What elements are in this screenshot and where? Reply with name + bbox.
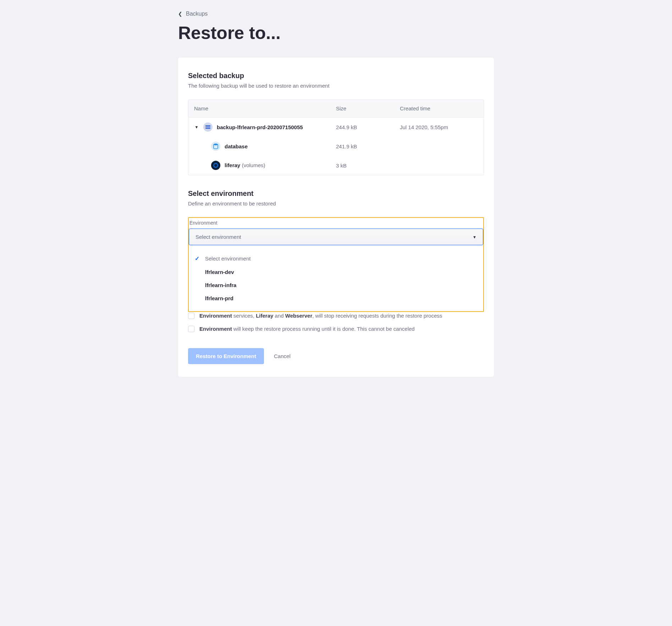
confirm-text: Environment will keep the restore proces…	[199, 325, 415, 333]
restore-button[interactable]: Restore to Environment	[188, 348, 264, 364]
backup-name: backup-lfrlearn-prd-202007150055	[217, 124, 303, 130]
confirm-row: Environment will keep the restore proces…	[188, 322, 484, 335]
confirm-checkbox[interactable]	[188, 313, 194, 319]
col-name: Name	[194, 105, 336, 111]
select-env-sub: Define an environment to be restored	[188, 201, 484, 207]
restore-card: Selected backup The following backup wil…	[178, 57, 494, 377]
liferay-size: 3 kB	[336, 163, 400, 169]
selected-backup-heading: Selected backup	[188, 72, 484, 80]
confirm-checkbox[interactable]	[188, 326, 194, 332]
cancel-button[interactable]: Cancel	[274, 353, 291, 359]
environment-option[interactable]: ✓ Select environment	[189, 252, 483, 265]
table-row: liferay (volumes) 3 kB	[188, 156, 484, 175]
col-size: Size	[336, 105, 400, 111]
liferay-icon	[211, 161, 220, 170]
check-icon: ✓	[194, 255, 200, 262]
liferay-name: liferay	[225, 162, 240, 168]
table-row: ▼ backup-lfrlearn-prd-202007150055 244.9…	[188, 117, 484, 137]
confirm-text: Environment services, Liferay and Webser…	[199, 312, 442, 319]
col-created: Created time	[400, 105, 478, 111]
environment-dropdown: ✓ Select environment lfrlearn-dev lfrlea…	[189, 252, 483, 305]
expand-toggle[interactable]: ▼	[194, 125, 199, 129]
breadcrumb[interactable]: ❮ Backups	[178, 11, 494, 17]
environment-highlight: Environment Select environment ▼ ✓ Selec…	[188, 217, 484, 312]
backup-size: 244.9 kB	[336, 124, 400, 130]
backup-table: Name Size Created time ▼ backup-lfrlearn…	[188, 99, 484, 175]
page-title: Restore to...	[178, 23, 494, 43]
confirm-checklist: Environment services, Liferay and Webser…	[188, 309, 484, 335]
svg-point-4	[214, 164, 217, 167]
selected-backup-sub: The following backup will be used to res…	[188, 83, 484, 89]
environment-select[interactable]: Select environment ▼	[189, 229, 483, 245]
select-env-heading: Select environment	[188, 190, 484, 198]
liferay-suffix: (volumes)	[242, 162, 265, 168]
environment-label: Environment	[189, 220, 483, 226]
table-row: database 241.9 kB	[188, 137, 484, 156]
caret-down-icon: ▼	[473, 235, 477, 239]
svg-rect-1	[205, 127, 210, 129]
svg-rect-0	[205, 125, 210, 127]
database-icon	[211, 142, 220, 151]
backup-created: Jul 14 2020, 5:55pm	[400, 124, 478, 130]
environment-select-value: Select environment	[195, 234, 241, 240]
database-size: 241.9 kB	[336, 143, 400, 149]
environment-option[interactable]: lfrlearn-prd	[189, 292, 483, 305]
chevron-left-icon: ❮	[178, 11, 182, 17]
svg-point-2	[214, 144, 218, 145]
database-name: database	[225, 143, 248, 149]
environment-option[interactable]: lfrlearn-dev	[189, 265, 483, 279]
backup-icon	[203, 122, 213, 132]
environment-option[interactable]: lfrlearn-infra	[189, 279, 483, 292]
breadcrumb-label: Backups	[186, 11, 208, 17]
footer-actions: Restore to Environment Cancel	[188, 348, 484, 364]
